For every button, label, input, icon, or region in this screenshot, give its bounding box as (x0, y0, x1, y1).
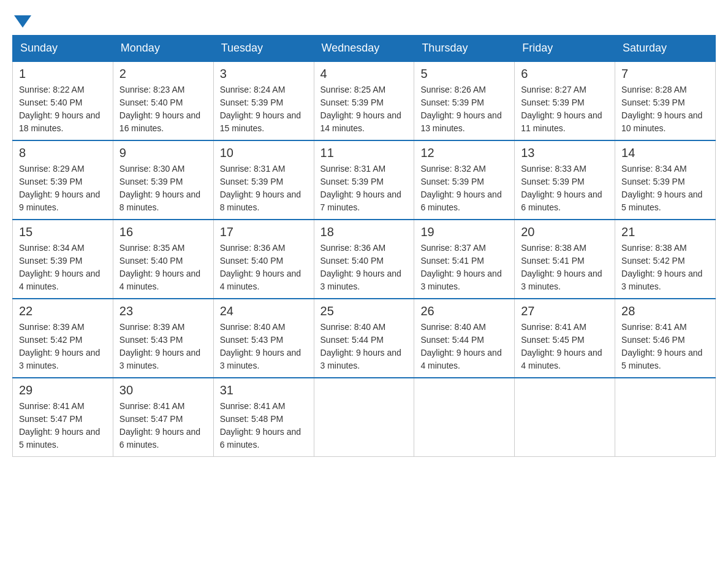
daylight-label: Daylight: 9 hours and 13 minutes. (420, 110, 501, 133)
weekday-header-tuesday: Tuesday (213, 36, 314, 62)
calendar-cell: 20 Sunrise: 8:38 AM Sunset: 5:41 PM Dayl… (515, 220, 615, 299)
day-number: 29 (19, 383, 107, 397)
sunrise-label: Sunrise: 8:40 AM (320, 322, 386, 332)
daylight-label: Daylight: 9 hours and 14 minutes. (320, 110, 401, 133)
sunrise-label: Sunrise: 8:27 AM (521, 85, 586, 94)
day-number: 4 (320, 67, 408, 81)
day-info: Sunrise: 8:39 AM Sunset: 5:42 PM Dayligh… (19, 321, 107, 372)
daylight-label: Daylight: 9 hours and 6 minutes. (119, 427, 200, 450)
day-number: 10 (220, 146, 308, 160)
weekday-header-sunday: Sunday (13, 36, 113, 62)
day-info: Sunrise: 8:25 AM Sunset: 5:39 PM Dayligh… (320, 83, 408, 135)
sunrise-label: Sunrise: 8:41 AM (19, 401, 85, 411)
day-number: 23 (119, 304, 207, 318)
sunset-label: Sunset: 5:40 PM (320, 256, 384, 266)
sunrise-label: Sunrise: 8:40 AM (420, 322, 486, 332)
day-number: 31 (220, 383, 308, 397)
daylight-label: Daylight: 9 hours and 7 minutes. (320, 190, 401, 212)
sunrise-label: Sunrise: 8:41 AM (621, 322, 687, 332)
day-number: 28 (621, 304, 709, 318)
sunrise-label: Sunrise: 8:40 AM (220, 322, 286, 332)
daylight-label: Daylight: 9 hours and 6 minutes. (420, 190, 501, 212)
calendar-cell: 31 Sunrise: 8:41 AM Sunset: 5:48 PM Dayl… (213, 378, 314, 457)
weekday-header-wednesday: Wednesday (314, 36, 414, 62)
day-number: 18 (320, 225, 408, 239)
calendar-cell: 9 Sunrise: 8:30 AM Sunset: 5:39 PM Dayli… (113, 140, 213, 220)
day-number: 8 (19, 146, 107, 160)
sunset-label: Sunset: 5:40 PM (220, 256, 284, 266)
day-number: 24 (220, 304, 308, 318)
day-number: 17 (220, 225, 308, 239)
calendar-cell: 14 Sunrise: 8:34 AM Sunset: 5:39 PM Dayl… (615, 140, 716, 220)
sunset-label: Sunset: 5:39 PM (521, 177, 585, 186)
sunrise-label: Sunrise: 8:39 AM (19, 322, 85, 332)
logo (12, 12, 31, 23)
sunrise-label: Sunrise: 8:26 AM (420, 85, 486, 94)
day-number: 30 (119, 383, 207, 397)
day-info: Sunrise: 8:27 AM Sunset: 5:39 PM Dayligh… (521, 83, 609, 135)
sunset-label: Sunset: 5:48 PM (220, 414, 284, 424)
calendar-cell (615, 378, 716, 457)
day-info: Sunrise: 8:40 AM Sunset: 5:43 PM Dayligh… (220, 321, 308, 372)
sunrise-label: Sunrise: 8:32 AM (420, 164, 486, 174)
calendar-cell: 1 Sunrise: 8:22 AM Sunset: 5:40 PM Dayli… (13, 61, 113, 140)
calendar-cell: 12 Sunrise: 8:32 AM Sunset: 5:39 PM Dayl… (414, 140, 515, 220)
calendar-cell: 4 Sunrise: 8:25 AM Sunset: 5:39 PM Dayli… (314, 61, 414, 140)
sunset-label: Sunset: 5:39 PM (220, 177, 284, 186)
day-info: Sunrise: 8:31 AM Sunset: 5:39 PM Dayligh… (320, 163, 408, 214)
day-info: Sunrise: 8:40 AM Sunset: 5:44 PM Dayligh… (420, 321, 508, 372)
calendar-cell: 10 Sunrise: 8:31 AM Sunset: 5:39 PM Dayl… (213, 140, 314, 220)
daylight-label: Daylight: 9 hours and 3 minutes. (19, 348, 100, 370)
daylight-label: Daylight: 9 hours and 3 minutes. (220, 348, 301, 370)
daylight-label: Daylight: 9 hours and 10 minutes. (621, 110, 702, 133)
calendar-cell: 23 Sunrise: 8:39 AM Sunset: 5:43 PM Dayl… (113, 299, 213, 378)
logo-arrow-icon (14, 15, 31, 28)
sunset-label: Sunset: 5:41 PM (420, 256, 484, 266)
day-info: Sunrise: 8:26 AM Sunset: 5:39 PM Dayligh… (420, 83, 508, 135)
weekday-header-saturday: Saturday (615, 36, 716, 62)
daylight-label: Daylight: 9 hours and 3 minutes. (420, 269, 501, 291)
calendar-cell: 2 Sunrise: 8:23 AM Sunset: 5:40 PM Dayli… (113, 61, 213, 140)
calendar-cell: 25 Sunrise: 8:40 AM Sunset: 5:44 PM Dayl… (314, 299, 414, 378)
sunrise-label: Sunrise: 8:39 AM (119, 322, 185, 332)
sunrise-label: Sunrise: 8:31 AM (320, 164, 386, 174)
day-info: Sunrise: 8:37 AM Sunset: 5:41 PM Dayligh… (420, 242, 508, 293)
daylight-label: Daylight: 9 hours and 4 minutes. (420, 348, 501, 370)
day-info: Sunrise: 8:29 AM Sunset: 5:39 PM Dayligh… (19, 163, 107, 214)
day-info: Sunrise: 8:40 AM Sunset: 5:44 PM Dayligh… (320, 321, 408, 372)
day-number: 2 (119, 67, 207, 81)
daylight-label: Daylight: 9 hours and 15 minutes. (220, 110, 301, 133)
sunrise-label: Sunrise: 8:41 AM (220, 401, 286, 411)
day-info: Sunrise: 8:41 AM Sunset: 5:46 PM Dayligh… (621, 321, 709, 372)
day-number: 12 (420, 146, 508, 160)
day-number: 27 (521, 304, 609, 318)
page-header (12, 12, 716, 23)
sunrise-label: Sunrise: 8:24 AM (220, 85, 286, 94)
sunrise-label: Sunrise: 8:35 AM (119, 243, 185, 253)
day-number: 3 (220, 67, 308, 81)
calendar-cell: 5 Sunrise: 8:26 AM Sunset: 5:39 PM Dayli… (414, 61, 515, 140)
calendar-cell: 19 Sunrise: 8:37 AM Sunset: 5:41 PM Dayl… (414, 220, 515, 299)
day-info: Sunrise: 8:41 AM Sunset: 5:47 PM Dayligh… (19, 400, 107, 451)
sunrise-label: Sunrise: 8:34 AM (621, 164, 687, 174)
calendar-cell (414, 378, 515, 457)
logo-general (12, 12, 31, 28)
day-info: Sunrise: 8:36 AM Sunset: 5:40 PM Dayligh… (220, 242, 308, 293)
sunset-label: Sunset: 5:39 PM (621, 98, 685, 107)
day-info: Sunrise: 8:22 AM Sunset: 5:40 PM Dayligh… (19, 83, 107, 135)
sunrise-label: Sunrise: 8:37 AM (420, 243, 486, 253)
calendar-cell: 26 Sunrise: 8:40 AM Sunset: 5:44 PM Dayl… (414, 299, 515, 378)
day-info: Sunrise: 8:36 AM Sunset: 5:40 PM Dayligh… (320, 242, 408, 293)
day-number: 19 (420, 225, 508, 239)
weekday-header-friday: Friday (515, 36, 615, 62)
day-number: 1 (19, 67, 107, 81)
day-number: 13 (521, 146, 609, 160)
calendar-cell: 28 Sunrise: 8:41 AM Sunset: 5:46 PM Dayl… (615, 299, 716, 378)
day-number: 20 (521, 225, 609, 239)
sunrise-label: Sunrise: 8:30 AM (119, 164, 185, 174)
calendar-cell: 30 Sunrise: 8:41 AM Sunset: 5:47 PM Dayl… (113, 378, 213, 457)
daylight-label: Daylight: 9 hours and 4 minutes. (220, 269, 301, 291)
day-info: Sunrise: 8:38 AM Sunset: 5:42 PM Dayligh… (621, 242, 709, 293)
sunset-label: Sunset: 5:47 PM (19, 414, 83, 424)
day-number: 6 (521, 67, 609, 81)
